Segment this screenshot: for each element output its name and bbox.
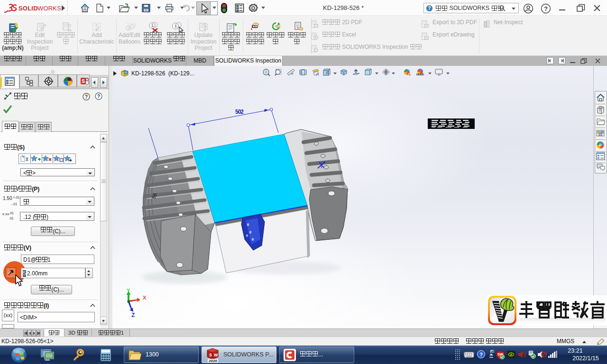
svg-text:502: 502 <box>235 109 244 115</box>
svg-text:W: W <box>214 353 218 357</box>
svg-text:?: ? <box>428 6 431 11</box>
svg-text:S: S <box>209 353 212 357</box>
svg-text:Z: Z <box>131 312 135 318</box>
svg-text:SOLID: SOLID <box>18 5 38 12</box>
svg-text:S: S <box>82 79 85 84</box>
svg-text:?: ? <box>97 94 100 99</box>
svg-text:?: ? <box>544 5 548 12</box>
svg-text:?: ? <box>479 352 483 357</box>
svg-text:2020: 2020 <box>209 359 217 363</box>
svg-text:WORKS: WORKS <box>37 5 61 12</box>
svg-text:X: X <box>143 295 147 300</box>
svg-text:?: ? <box>85 94 88 100</box>
